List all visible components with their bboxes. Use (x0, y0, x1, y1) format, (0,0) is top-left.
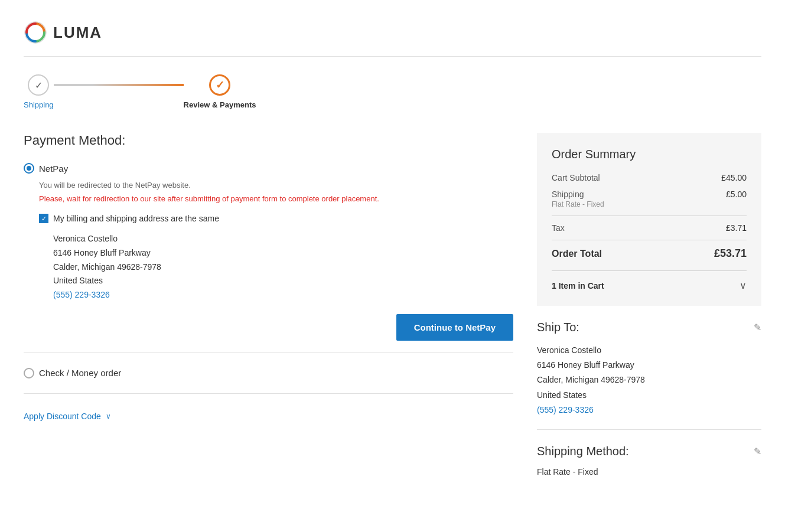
shipping-method-header: Shipping Method: ✎ (537, 445, 761, 458)
ship-street: 6146 Honey Bluff Parkway (537, 358, 761, 373)
order-summary-box: Order Summary Cart Subtotal £45.00 Shipp… (537, 133, 761, 306)
item-cart-label: Cart (588, 281, 604, 291)
expand-icon[interactable]: ∨ (740, 280, 747, 291)
ship-name: Veronica Costello (537, 343, 761, 358)
cart-subtotal-label: Cart Subtotal (552, 173, 600, 182)
step-review-label: Review & Payments (184, 100, 256, 109)
billing-country: United States (53, 274, 513, 288)
item-cart-toggle[interactable]: 1 Item in Cart ∨ (552, 270, 747, 291)
billing-same-label: My billing and shipping address are the … (53, 214, 219, 223)
logo: LUMA (24, 21, 102, 44)
shipping-label: Shipping (552, 190, 604, 199)
ship-country: United States (537, 388, 761, 403)
redirect-notice: You will be redirected to the NetPay web… (39, 181, 513, 190)
step-review-check: ✓ (216, 79, 224, 92)
item-in-text: Item (559, 281, 578, 291)
svg-point-0 (25, 22, 46, 43)
ship-to-header: Ship To: ✎ (537, 321, 761, 334)
continue-button-wrapper: Continue to NetPay (24, 314, 513, 341)
summary-divider-2 (552, 240, 747, 240)
payment-netpay: NetPay You will be redirected to the Net… (24, 163, 513, 302)
billing-street: 6146 Honey Bluff Parkway (53, 246, 513, 260)
discount-toggle-label: Apply Discount Code (24, 412, 101, 421)
step-shipping-check: ✓ (35, 80, 43, 91)
shipping-value: £5.00 (726, 190, 747, 199)
item-cart-text: 1 Item in Cart (552, 281, 604, 291)
order-total-row: Order Total £53.71 (552, 247, 747, 260)
step-shipping-circle: ✓ (28, 74, 49, 96)
redirect-warning: Please, wait for redirection to our site… (39, 194, 513, 203)
right-column: Order Summary Cart Subtotal £45.00 Shipp… (537, 133, 761, 476)
progress-bar: ✓ Shipping ✓ Review & Payments (24, 74, 761, 109)
chevron-down-icon: ∨ (106, 412, 111, 420)
check-money-radio-icon[interactable] (24, 368, 34, 378)
item-cart-count: 1 (552, 281, 556, 291)
logo-text: LUMA (53, 24, 102, 42)
netpay-radio-icon[interactable] (24, 163, 34, 174)
ship-address-block: Veronica Costello 6146 Honey Bluff Parkw… (537, 343, 761, 417)
step-review-circle: ✓ (209, 74, 230, 96)
ship-city: Calder, Michigan 49628-7978 (537, 373, 761, 387)
ship-phone: (555) 229-3326 (537, 403, 761, 417)
netpay-radio-row[interactable]: NetPay (24, 163, 513, 174)
order-total-label: Order Total (552, 249, 602, 259)
tax-label: Tax (552, 223, 565, 233)
divider-1 (24, 353, 513, 353)
shipping-method-edit-icon[interactable]: ✎ (754, 446, 761, 457)
check-money-label: Check / Money order (39, 368, 121, 378)
cart-subtotal-row: Cart Subtotal £45.00 (552, 173, 747, 182)
billing-city: Calder, Michigan 49628-7978 (53, 260, 513, 275)
luma-logo-icon (24, 21, 47, 44)
ship-to-section: Ship To: ✎ Veronica Costello 6146 Honey … (537, 321, 761, 430)
order-total-value: £53.71 (714, 247, 747, 260)
payment-check-money[interactable]: Check / Money order (24, 362, 513, 384)
continue-to-netpay-button[interactable]: Continue to NetPay (396, 314, 513, 341)
step-shipping-label[interactable]: Shipping (24, 100, 54, 109)
shipping-method-label: Flat Rate - Fixed (552, 200, 604, 208)
shipping-method-section: Shipping Method: ✎ Flat Rate - Fixed (537, 445, 761, 476)
divider-2 (24, 393, 513, 394)
step-shipping: ✓ Shipping (24, 74, 54, 109)
order-summary-title: Order Summary (552, 148, 747, 161)
billing-address-block: Veronica Costello 6146 Honey Bluff Parkw… (39, 232, 513, 302)
billing-phone: (555) 229-3326 (53, 288, 513, 302)
netpay-details: You will be redirected to the NetPay web… (24, 181, 513, 302)
ship-to-title: Ship To: (537, 321, 579, 334)
shipping-row: Shipping Flat Rate - Fixed £5.00 (552, 190, 747, 208)
shipping-method-value: Flat Rate - Fixed (537, 467, 761, 476)
netpay-label: NetPay (39, 164, 68, 174)
discount-toggle[interactable]: Apply Discount Code ∨ (24, 412, 513, 421)
summary-divider (552, 216, 747, 216)
tax-row: Tax £3.71 (552, 223, 747, 233)
step-review: ✓ Review & Payments (184, 74, 256, 109)
left-column: Payment Method: NetPay You will be redir… (24, 133, 513, 476)
billing-same-checkbox[interactable]: ✓ (39, 214, 48, 223)
cart-subtotal-value: £45.00 (721, 173, 747, 182)
tax-value: £3.71 (726, 223, 747, 233)
discount-section: Apply Discount Code ∨ (24, 403, 513, 430)
checkbox-check-icon: ✓ (41, 216, 47, 222)
item-in-label: in (578, 281, 585, 291)
progress-line (54, 84, 184, 86)
payment-method-title: Payment Method: (24, 133, 513, 148)
shipping-method-title: Shipping Method: (537, 445, 629, 458)
header: LUMA (24, 12, 761, 57)
ship-to-edit-icon[interactable]: ✎ (754, 322, 761, 333)
billing-name: Veronica Costello (53, 232, 513, 246)
billing-same-row[interactable]: ✓ My billing and shipping address are th… (39, 214, 513, 223)
